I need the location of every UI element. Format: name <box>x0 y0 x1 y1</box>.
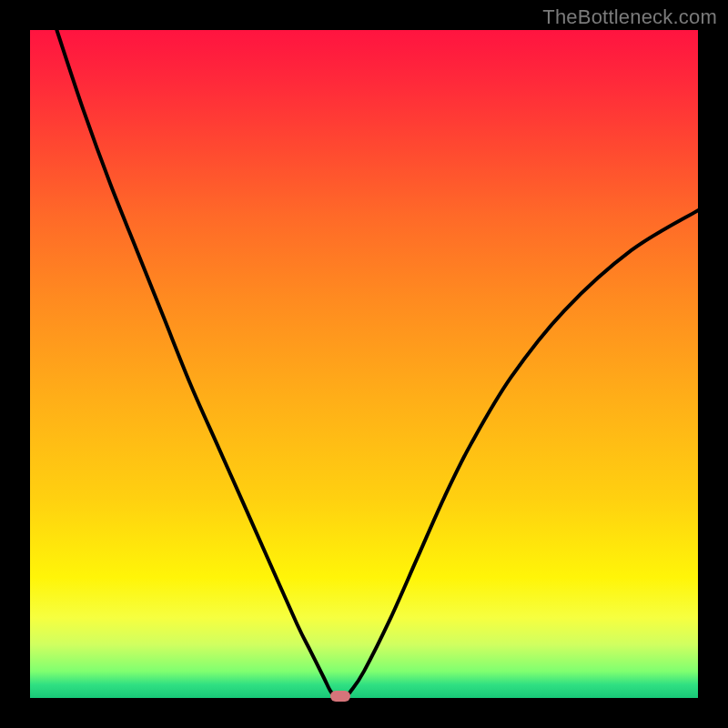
plot-area <box>30 30 698 698</box>
chart-frame: TheBottleneck.com <box>0 0 728 728</box>
bottleneck-curve <box>30 30 698 698</box>
watermark-text: TheBottleneck.com <box>542 5 717 29</box>
optimum-marker <box>330 691 350 702</box>
